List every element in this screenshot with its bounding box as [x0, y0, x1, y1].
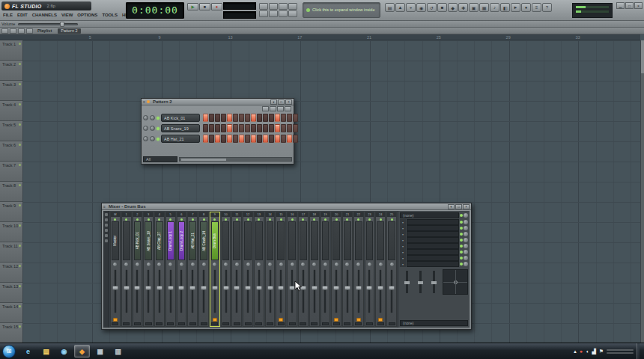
- strip-io-box[interactable]: [267, 322, 273, 325]
- playlist-track-row[interactable]: Track 3: [0, 81, 22, 101]
- step-cell[interactable]: [215, 124, 220, 132]
- strip-io-box[interactable]: [300, 322, 306, 325]
- track-mute-led[interactable]: [19, 83, 21, 85]
- mixer-pan-knob[interactable]: [310, 260, 319, 268]
- menu-file[interactable]: FILE: [1, 12, 15, 18]
- mixer-fader[interactable]: [145, 269, 151, 314]
- mixer-pan-knob[interactable]: [266, 260, 275, 268]
- mixer-fader[interactable]: [112, 269, 118, 314]
- strip-io-box[interactable]: [156, 322, 162, 325]
- action-center-icon[interactable]: ⚑: [599, 349, 604, 355]
- mixer-pan-knob[interactable]: [387, 260, 396, 268]
- playlist-scrollbar-thumb[interactable]: [641, 40, 644, 73]
- mixer-tool-icon[interactable]: [105, 229, 108, 232]
- strip-io-box[interactable]: [355, 322, 362, 325]
- mixer-fader[interactable]: [312, 269, 318, 314]
- track-mute-led[interactable]: [19, 103, 21, 105]
- mixer-pan-knob[interactable]: [321, 260, 330, 268]
- strip-io-box[interactable]: [311, 322, 318, 325]
- step-cell[interactable]: [233, 114, 238, 122]
- step-cell[interactable]: [251, 114, 256, 122]
- step-cell[interactable]: [215, 135, 220, 143]
- strip-io-box[interactable]: [222, 322, 229, 325]
- step-cell[interactable]: [227, 114, 232, 122]
- fx-slot-row[interactable]: ▾: [400, 219, 468, 225]
- mixer-strip[interactable]: 1: [121, 212, 132, 327]
- step-cell[interactable]: [287, 135, 292, 143]
- fx-slot-row[interactable]: ▾: [400, 225, 468, 231]
- fl-studio-icon[interactable]: ◆: [74, 345, 90, 358]
- step-cell[interactable]: [257, 124, 262, 132]
- fx-slot-field[interactable]: [407, 255, 459, 261]
- options-icon[interactable]: ≡: [532, 3, 541, 12]
- mixer-pan-knob[interactable]: [232, 260, 241, 268]
- step-cell[interactable]: [281, 114, 286, 122]
- fx-output-selector[interactable]: (none): [400, 320, 468, 326]
- step-cell[interactable]: [269, 124, 274, 132]
- strip-io-box[interactable]: [366, 322, 373, 325]
- mixer-strip[interactable]: 7AB Hat_21: [187, 212, 198, 327]
- fx-slot-field[interactable]: [407, 243, 459, 249]
- typing-keyboard-icon[interactable]: ▤: [385, 3, 395, 12]
- strip-io-box[interactable]: [344, 322, 350, 325]
- step-cell[interactable]: [239, 135, 244, 143]
- track-mute-led[interactable]: [19, 164, 21, 166]
- antivirus-icon[interactable]: ●: [580, 349, 583, 354]
- detach-button[interactable]: ▾: [270, 99, 277, 105]
- channel-volume-knob[interactable]: [150, 126, 155, 131]
- pattern-selector[interactable]: Pattern 2: [58, 28, 80, 34]
- taskbar-clock[interactable]: [607, 346, 634, 357]
- strip-io-box[interactable]: [278, 322, 285, 325]
- mixer-fader-thumb[interactable]: [389, 286, 395, 290]
- fx-enable-led[interactable]: [460, 227, 463, 230]
- step-cell[interactable]: [293, 114, 298, 122]
- mixer-fader-thumb[interactable]: [267, 286, 273, 290]
- strip-io-box[interactable]: [211, 322, 218, 325]
- fx-mix-knob[interactable]: [464, 244, 468, 248]
- maximize-button[interactable]: □: [278, 99, 285, 105]
- mixer-strip[interactable]: 4AB Clap_27: [154, 212, 165, 327]
- mixer-fader[interactable]: [333, 269, 339, 314]
- mixer-fader-thumb[interactable]: [366, 286, 373, 290]
- play-button[interactable]: ▶: [187, 3, 198, 10]
- strip-io-box[interactable]: [145, 322, 152, 325]
- mixer-fader[interactable]: [323, 269, 329, 314]
- track-mute-led[interactable]: [19, 144, 21, 146]
- record-arm-led[interactable]: [378, 318, 383, 322]
- mixer-pan-knob[interactable]: [222, 260, 231, 268]
- mixer-titlebar[interactable]: ≡ Mixer - Drum Bus ▾□×: [102, 203, 471, 210]
- channel-group-selector[interactable]: All: [143, 156, 177, 162]
- piano-roll-icon[interactable]: ♪: [490, 3, 499, 12]
- mixer-strip[interactable]: 10: [221, 212, 231, 327]
- strip-io-box[interactable]: [112, 322, 118, 325]
- mixer-fader[interactable]: [189, 269, 195, 314]
- fx-enable-led[interactable]: [460, 233, 463, 236]
- aux-button[interactable]: [288, 3, 297, 10]
- stop-button[interactable]: ■: [199, 3, 210, 10]
- step-cell[interactable]: [251, 135, 256, 143]
- fx-slot-row[interactable]: ▾: [400, 249, 468, 255]
- playlist-track-row[interactable]: Track 12: [0, 263, 22, 283]
- step-cell[interactable]: [215, 114, 220, 122]
- strip-io-box[interactable]: [123, 322, 130, 325]
- fx-enable-led[interactable]: [460, 263, 463, 266]
- playlist-track-row[interactable]: Track 9: [0, 202, 22, 222]
- mixer-fader-thumb[interactable]: [156, 286, 162, 290]
- mixer-fader-thumb[interactable]: [134, 286, 141, 290]
- multilink-icon[interactable]: ◆: [448, 3, 458, 12]
- mixer-pan-knob[interactable]: [288, 260, 297, 268]
- record-arm-led[interactable]: [113, 318, 118, 322]
- mixer-tool-icon[interactable]: [105, 234, 108, 237]
- fx-enable-led[interactable]: [460, 239, 463, 242]
- step-cell[interactable]: [251, 124, 256, 132]
- mixer-icon[interactable]: ►: [511, 3, 520, 12]
- mixer-strip[interactable]: 8AB Crash_14: [198, 212, 209, 327]
- fx-mix-knob[interactable]: [464, 262, 468, 266]
- tempo-display[interactable]: [223, 11, 256, 19]
- aux-button[interactable]: [279, 3, 288, 10]
- step-cell[interactable]: [293, 135, 298, 143]
- mixer-strip[interactable]: 5Drum Loop 1: [165, 212, 176, 327]
- mixer-strip[interactable]: 9Drum Bus: [210, 212, 220, 327]
- step-cell[interactable]: [209, 124, 214, 132]
- channel-enable-led[interactable]: [157, 138, 160, 141]
